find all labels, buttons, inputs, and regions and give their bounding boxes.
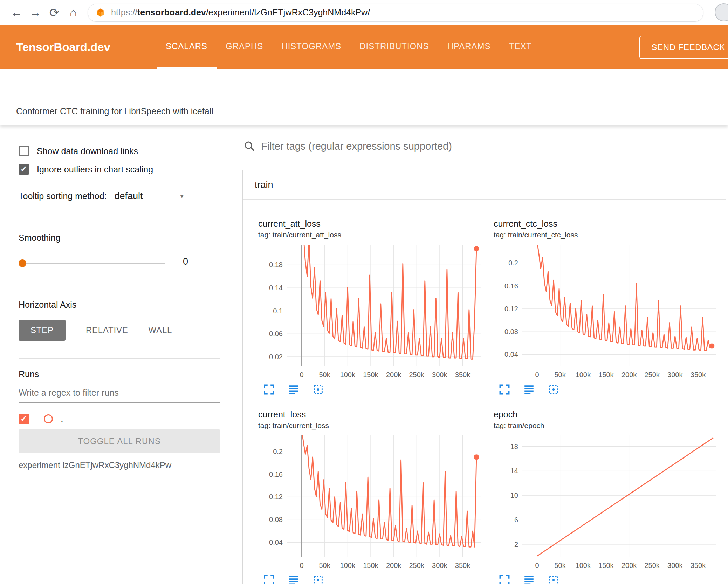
chart-tag: tag: train/current_ctc_loss — [494, 231, 725, 239]
chart-current-loss: current_loss tag: train/current_loss 0.0… — [258, 409, 489, 584]
tab-histograms[interactable]: HISTOGRAMS — [272, 25, 350, 69]
train-card: train current_att_loss tag: train/curren… — [242, 170, 726, 584]
chart-tag: tag: train/current_att_loss — [258, 231, 489, 239]
svg-text:200k: 200k — [386, 371, 401, 379]
svg-text:0.1: 0.1 — [273, 307, 283, 315]
fit-to-data-icon[interactable] — [548, 574, 559, 584]
line-chart[interactable]: 26101418050k100k150k200k250k300k350k — [494, 432, 721, 572]
divider — [19, 289, 220, 289]
url-domain: tensorboard.dev — [137, 7, 206, 18]
chart-title: current_loss — [258, 409, 489, 420]
checkbox-unchecked-icon — [19, 146, 29, 156]
back-icon[interactable]: ← — [7, 6, 26, 19]
smoothing-slider[interactable] — [19, 258, 165, 269]
checkbox-checked-icon — [19, 164, 29, 175]
slider-thumb[interactable] — [19, 259, 26, 267]
svg-text:0.2: 0.2 — [508, 259, 518, 267]
tab-text[interactable]: TEXT — [500, 25, 541, 69]
lines-icon[interactable] — [288, 574, 300, 584]
chart-toolbar — [499, 383, 725, 395]
url-bar[interactable]: https://tensorboard.dev/experiment/lzGnE… — [88, 4, 703, 22]
horizontal-axis-buttons: STEP RELATIVE WALL — [19, 320, 220, 341]
lines-icon[interactable] — [523, 574, 535, 584]
fullscreen-icon[interactable] — [263, 574, 275, 584]
svg-text:0.14: 0.14 — [269, 284, 283, 292]
home-icon[interactable]: ⌂ — [64, 6, 83, 19]
svg-text:100k: 100k — [340, 371, 356, 379]
slider-track — [19, 263, 165, 264]
fit-to-data-icon[interactable] — [548, 383, 559, 395]
settings-sidebar: Show data download links Ignore outliers… — [0, 125, 228, 584]
horizontal-axis-label: Horizontal Axis — [19, 300, 220, 310]
forward-icon[interactable]: → — [26, 6, 45, 19]
chart-toolbar — [263, 383, 489, 395]
svg-text:0.04: 0.04 — [269, 538, 283, 546]
svg-text:250k: 250k — [409, 562, 425, 569]
show-download-links-checkbox[interactable]: Show data download links — [19, 146, 220, 156]
lines-icon[interactable] — [288, 383, 300, 395]
tab-hparams[interactable]: HPARAMS — [438, 25, 500, 69]
app-logo[interactable]: TensorBoard.dev — [16, 41, 110, 54]
line-chart[interactable]: 0.020.060.10.140.18050k100k150k200k250k3… — [258, 241, 486, 381]
fullscreen-icon[interactable] — [263, 383, 275, 395]
svg-text:300k: 300k — [432, 371, 447, 379]
tab-graphs[interactable]: GRAPHS — [217, 25, 272, 69]
fit-to-data-icon[interactable] — [312, 383, 324, 395]
reload-icon[interactable]: ⟳ — [45, 6, 64, 20]
runs-label: Runs — [19, 369, 220, 379]
run-checkbox[interactable] — [19, 414, 29, 424]
svg-text:350k: 350k — [691, 371, 706, 379]
svg-text:350k: 350k — [691, 562, 706, 569]
chart-title: epoch — [494, 409, 725, 420]
svg-text:350k: 350k — [455, 562, 471, 569]
lines-icon[interactable] — [523, 383, 535, 395]
line-chart[interactable]: 0.040.080.120.160.2050k100k150k200k250k3… — [258, 432, 486, 572]
fit-to-data-icon[interactable] — [312, 574, 324, 584]
chart-current-att-loss: current_att_loss tag: train/current_att_… — [258, 219, 489, 395]
svg-text:350k: 350k — [455, 371, 471, 379]
chart-tag: tag: train/epoch — [494, 421, 725, 430]
selected-value: default — [115, 191, 143, 202]
run-row[interactable]: . — [19, 413, 220, 425]
step-button[interactable]: STEP — [19, 320, 66, 341]
svg-text:150k: 150k — [598, 562, 614, 569]
run-color-swatch — [44, 414, 53, 423]
tensorboard-favicon — [96, 8, 105, 18]
ignore-outliers-checkbox[interactable]: Ignore outliers in chart scaling — [19, 164, 220, 175]
fullscreen-icon[interactable] — [499, 383, 510, 395]
smoothing-value-input[interactable] — [181, 256, 220, 270]
svg-text:50k: 50k — [319, 371, 330, 379]
svg-text:250k: 250k — [409, 371, 425, 379]
tooltip-sorting-select[interactable]: default ▼ — [115, 191, 185, 204]
toggle-all-runs-button[interactable]: TOGGLE ALL RUNS — [19, 429, 220, 453]
line-chart[interactable]: 0.040.080.120.160.2050k100k150k200k250k3… — [494, 241, 721, 381]
fullscreen-icon[interactable] — [499, 574, 510, 584]
chart-title: current_ctc_loss — [494, 219, 725, 229]
relative-button[interactable]: RELATIVE — [86, 320, 128, 341]
svg-text:100k: 100k — [576, 371, 591, 379]
avatar[interactable] — [715, 3, 728, 21]
chart-current-ctc-loss: current_ctc_loss tag: train/current_ctc_… — [494, 219, 725, 395]
filter-tags-input[interactable] — [261, 141, 728, 152]
svg-text:0.02: 0.02 — [269, 353, 283, 361]
chart-toolbar — [263, 574, 489, 584]
chart-title: current_att_loss — [258, 219, 489, 229]
wall-button[interactable]: WALL — [149, 320, 172, 341]
checkbox-label: Ignore outliers in chart scaling — [37, 164, 153, 175]
card-title[interactable]: train — [243, 170, 726, 200]
runs-filter-input[interactable] — [19, 385, 220, 403]
svg-text:300k: 300k — [667, 562, 683, 569]
nav-tabs: SCALARS GRAPHS HISTOGRAMS DISTRIBUTIONS … — [157, 25, 541, 69]
browser-toolbar: ← → ⟳ ⌂ https://tensorboard.dev/experime… — [0, 0, 728, 25]
smoothing-row — [19, 256, 220, 270]
app-header: TensorBoard.dev SCALARS GRAPHS HISTOGRAM… — [0, 25, 728, 69]
url-scheme: https:// — [111, 7, 137, 18]
tab-distributions[interactable]: DISTRIBUTIONS — [350, 25, 438, 69]
svg-text:0.12: 0.12 — [269, 493, 283, 501]
experiment-title-band: Conformer CTC training for LibriSpeech w… — [0, 69, 728, 125]
filter-tags-row — [243, 140, 728, 157]
divider — [19, 358, 220, 359]
send-feedback-button[interactable]: SEND FEEDBACK — [639, 36, 728, 59]
svg-text:10: 10 — [510, 491, 518, 499]
tab-scalars[interactable]: SCALARS — [157, 25, 217, 69]
